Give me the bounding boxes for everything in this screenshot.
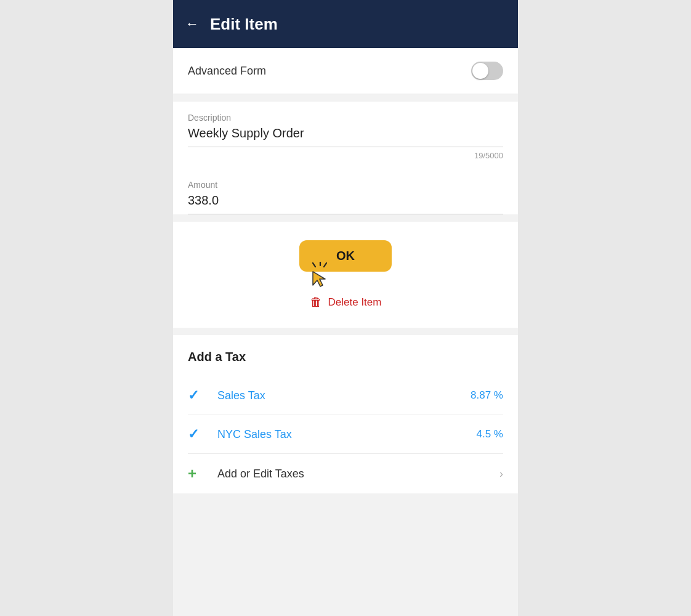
- tax-item-sales-tax[interactable]: ✓ Sales Tax 8.87 %: [188, 376, 503, 415]
- amount-value[interactable]: 338.0: [188, 193, 503, 214]
- add-tax-label: Add or Edit Taxes: [217, 468, 487, 480]
- description-field-group: Description Weekly Supply Order 19/5000: [188, 102, 503, 169]
- trash-icon: 🗑: [310, 295, 322, 309]
- actions-section: OK 🗑 Delete Item: [173, 222, 518, 328]
- form-section: Description Weekly Supply Order 19/5000 …: [173, 102, 518, 214]
- page-title: Edit Item: [210, 15, 278, 34]
- delete-label: Delete Item: [328, 296, 382, 309]
- advanced-form-toggle[interactable]: [471, 62, 503, 80]
- description-char-count: 19/5000: [188, 147, 503, 169]
- tax-item-nyc-sales-tax[interactable]: ✓ NYC Sales Tax 4.5 %: [188, 415, 503, 454]
- phone-container: ← Edit Item Advanced Form Description We…: [173, 0, 518, 616]
- advanced-form-row: Advanced Form: [173, 48, 518, 94]
- amount-divider: [188, 214, 503, 214]
- nyc-tax-check-icon: ✓: [188, 426, 205, 442]
- chevron-right-icon: ›: [499, 468, 503, 480]
- sales-tax-rate: 8.87 %: [471, 389, 503, 402]
- sales-tax-name: Sales Tax: [217, 389, 458, 402]
- ok-button[interactable]: OK: [299, 240, 392, 272]
- amount-field-group: Amount 338.0: [188, 169, 503, 214]
- description-value[interactable]: Weekly Supply Order: [188, 126, 503, 147]
- nyc-tax-rate: 4.5 %: [477, 428, 503, 440]
- ok-button-wrapper: OK: [299, 240, 392, 272]
- delete-button[interactable]: 🗑 Delete Item: [310, 295, 382, 309]
- amount-label: Amount: [188, 180, 503, 190]
- tax-section-title: Add a Tax: [188, 350, 503, 364]
- toggle-thumb: [472, 63, 488, 79]
- svg-marker-3: [313, 272, 325, 286]
- advanced-form-label: Advanced Form: [188, 65, 266, 78]
- nyc-tax-name: NYC Sales Tax: [217, 428, 464, 441]
- sales-tax-check-icon: ✓: [188, 387, 205, 403]
- back-button[interactable]: ←: [185, 17, 199, 31]
- add-or-edit-taxes-item[interactable]: + Add or Edit Taxes ›: [188, 454, 503, 493]
- description-label: Description: [188, 113, 503, 123]
- toggle-track: [471, 62, 503, 80]
- add-plus-icon: +: [188, 465, 205, 482]
- header: ← Edit Item: [173, 0, 518, 48]
- tax-section: Add a Tax ✓ Sales Tax 8.87 % ✓ NYC Sales…: [173, 335, 518, 493]
